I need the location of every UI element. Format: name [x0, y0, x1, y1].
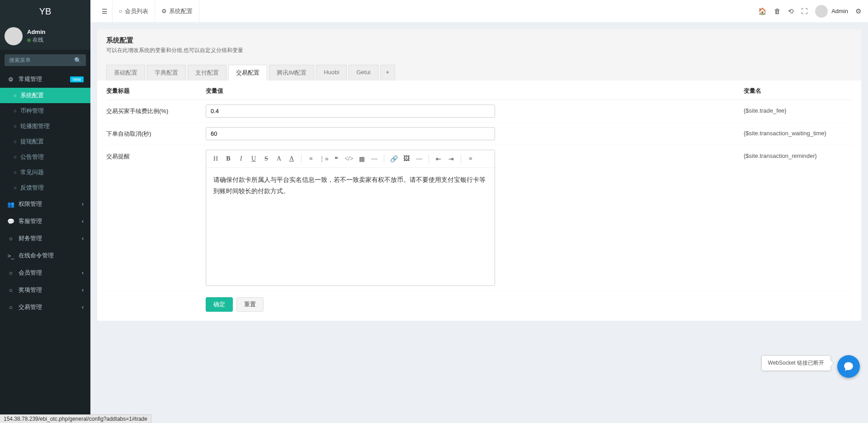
editor-tool[interactable]: ▦ [356, 153, 368, 165]
nav-icon: ○ [7, 270, 15, 276]
fullscreen-icon[interactable]: ⛶ [801, 7, 808, 15]
nav-icon: ⚙ [7, 76, 15, 83]
refresh-icon[interactable]: ⟲ [788, 7, 794, 15]
row-varname: {$site.transaction_waiting_time} [744, 127, 852, 137]
nav-icon: ○ [7, 304, 15, 311]
text-input[interactable] [206, 127, 495, 140]
search-icon[interactable]: 🔍 [74, 57, 81, 64]
add-tab-button[interactable]: + [380, 65, 396, 81]
form-row: 交易买家手续费比例(%) {$site.trade_fee} [106, 100, 852, 123]
search-input[interactable] [5, 54, 86, 66]
editor-tool[interactable]: U [248, 153, 259, 165]
editor-tool[interactable]: A [286, 153, 297, 165]
sidebar-subitem[interactable]: ○公告管理 [0, 149, 90, 165]
top-tab[interactable]: ○会员列表 [112, 0, 155, 23]
editor-tool[interactable]: ⇤ [433, 153, 444, 165]
nav-sublabel: 公告管理 [20, 153, 44, 161]
config-tab[interactable]: 支付配置 [188, 65, 226, 81]
top-tab[interactable]: ⚙系统配置 [155, 0, 199, 23]
circle-icon: ○ [14, 185, 17, 190]
sidebar-item[interactable]: ○财务管理‹ [0, 230, 90, 247]
statusbar: 154.38.78.239/ebi_otc.php/general/config… [0, 414, 151, 423]
nav-badge: new [70, 76, 84, 82]
nav-label: 奖项管理 [19, 286, 42, 294]
reset-button[interactable]: 重置 [236, 297, 264, 312]
sidebar-subitem[interactable]: ○常见问题 [0, 165, 90, 180]
panel-title: 系统配置 [106, 36, 852, 45]
chevron-left-icon: ‹ [82, 201, 84, 207]
circle-icon: ○ [14, 154, 17, 160]
sidebar-item[interactable]: ⚙常规管理new [0, 71, 90, 88]
chevron-left-icon: ‹ [82, 287, 84, 293]
config-tab[interactable]: 字典配置 [147, 65, 186, 81]
editor-tool[interactable]: </> [343, 153, 355, 165]
editor-tool[interactable]: B [222, 153, 234, 165]
editor-tool[interactable]: — [368, 153, 380, 165]
editor-tool[interactable]: ≡ [305, 153, 317, 165]
nav-label: 常规管理 [19, 75, 42, 83]
nav-icon: >_ [7, 252, 15, 259]
settings-icon[interactable]: ⚙ [855, 7, 861, 15]
sidebar-item[interactable]: 👥权限管理‹ [0, 195, 90, 213]
nav-label: 会员管理 [19, 269, 42, 277]
config-tab[interactable]: 交易配置 [228, 65, 267, 81]
editor-tool[interactable]: ❝ [330, 153, 342, 165]
editor-tool[interactable]: ⇥ [445, 153, 457, 165]
config-tabs: 基础配置字典配置支付配置交易配置腾讯IM配置HuobiGetui+ [97, 59, 861, 81]
editor-tool[interactable]: I [235, 153, 247, 165]
avatar[interactable] [5, 27, 23, 45]
config-tab[interactable]: 基础配置 [106, 65, 145, 81]
tab-icon: ⚙ [161, 8, 167, 14]
nav-sublabel: 轮播图管理 [20, 122, 50, 130]
sidebar-subitem[interactable]: ○币种管理 [0, 103, 90, 119]
form-row: 交易提醒 HBIUSAA≡⋮≡❝</>▦—🔗🖼—⇤⇥≡ 请确保付款卡所属人与平台… [106, 145, 852, 291]
sidebar-item[interactable]: 💬客服管理‹ [0, 213, 90, 230]
editor-tool[interactable]: 🖼 [401, 153, 412, 165]
circle-icon: ○ [14, 124, 17, 129]
nav-sublabel: 币种管理 [20, 107, 44, 115]
hamburger-icon[interactable]: ☰ [97, 8, 112, 15]
brand-logo[interactable]: YB [0, 0, 90, 23]
circle-icon: ○ [14, 93, 17, 98]
text-input[interactable] [206, 105, 495, 118]
trash-icon[interactable]: 🗑 [774, 7, 781, 15]
sidebar-item[interactable]: ○交易管理‹ [0, 299, 90, 316]
avatar [815, 5, 828, 18]
sidebar-subitem[interactable]: ○提现配置 [0, 134, 90, 149]
sidebar-subitem[interactable]: ○反馈管理 [0, 180, 90, 195]
search-box: 🔍 [5, 54, 86, 66]
circle-icon: ○ [14, 108, 17, 114]
home-icon[interactable]: 🏠 [758, 7, 767, 15]
sidebar-subitem[interactable]: ○系统配置 [0, 88, 90, 103]
config-tab[interactable]: Huobi [316, 65, 347, 81]
sidebar-item[interactable]: ○会员管理‹ [0, 264, 90, 281]
editor-tool[interactable]: H [210, 153, 222, 165]
editor-tool[interactable]: ⋮≡ [318, 153, 330, 165]
config-panel: 系统配置 可以在此增改系统的变量和分组,也可以自定义分组和变量 基础配置字典配置… [97, 29, 861, 321]
chevron-left-icon: ‹ [82, 270, 84, 276]
chevron-left-icon: ‹ [82, 235, 84, 242]
config-tab[interactable]: 腾讯IM配置 [269, 65, 314, 81]
editor-tool[interactable]: A [273, 153, 285, 165]
row-label: 交易买家手续费比例(%) [106, 105, 206, 115]
editor-content[interactable]: 请确保付款卡所属人与平台实名信息一致，若不一致卖家有权不放币。请不要使用支付宝银… [206, 168, 495, 285]
nav-sublabel: 常见问题 [20, 168, 44, 176]
submit-button[interactable]: 确定 [206, 297, 233, 312]
sidebar-subitem[interactable]: ○轮播图管理 [0, 119, 90, 134]
sidebar-item[interactable]: >_在线命令管理 [0, 247, 90, 264]
editor-tool[interactable]: ≡ [465, 153, 476, 165]
config-tab[interactable]: Getui [349, 65, 378, 81]
topbar: ☰ ○会员列表⚙系统配置 🏠 🗑 ⟲ ⛶ Admin ⚙ [90, 0, 868, 23]
topbar-user[interactable]: Admin [815, 5, 848, 18]
editor-tool[interactable]: 🔗 [388, 153, 400, 165]
editor-tool[interactable]: S [260, 153, 272, 165]
chat-bubble-button[interactable] [837, 355, 860, 378]
nav-label: 客服管理 [19, 217, 42, 225]
editor-tool[interactable]: — [413, 153, 425, 165]
form-row: 下单自动取消(秒) {$site.transaction_waiting_tim… [106, 123, 852, 145]
tab-icon: ○ [119, 8, 123, 14]
sidebar-item[interactable]: ○奖项管理‹ [0, 281, 90, 299]
rich-editor: HBIUSAA≡⋮≡❝</>▦—🔗🖼—⇤⇥≡ 请确保付款卡所属人与平台实名信息一… [206, 150, 495, 286]
nav-label: 在线命令管理 [19, 252, 54, 260]
nav-label: 财务管理 [19, 234, 42, 242]
